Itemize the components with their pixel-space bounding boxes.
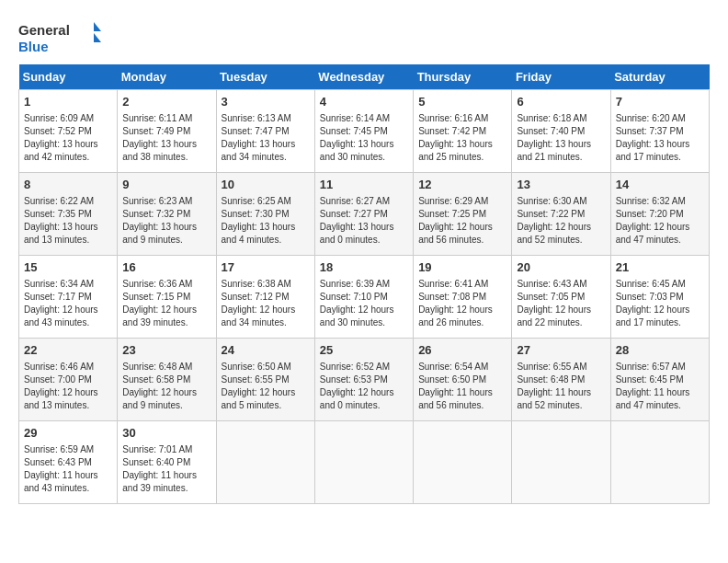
day-info: Sunrise: 6:29 AM Sunset: 7:25 PM Dayligh…: [418, 195, 506, 247]
calendar-week-row: 8Sunrise: 6:22 AM Sunset: 7:35 PM Daylig…: [19, 173, 710, 256]
calendar-cell: 25Sunrise: 6:52 AM Sunset: 6:53 PM Dayli…: [314, 339, 413, 421]
day-info: Sunrise: 6:52 AM Sunset: 6:53 PM Dayligh…: [320, 361, 408, 412]
calendar-cell: [512, 421, 610, 504]
day-info: Sunrise: 6:22 AM Sunset: 7:35 PM Dayligh…: [24, 195, 112, 247]
weekday-label: Tuesday: [216, 64, 314, 90]
day-number: 19: [418, 259, 506, 276]
day-number: 24: [222, 342, 310, 359]
day-info: Sunrise: 6:43 AM Sunset: 7:05 PM Dayligh…: [517, 278, 605, 329]
calendar-cell: [610, 421, 709, 504]
day-info: Sunrise: 6:30 AM Sunset: 7:22 PM Dayligh…: [517, 195, 605, 247]
weekday-header-row: SundayMondayTuesdayWednesdayThursdayFrid…: [19, 64, 710, 90]
day-number: 6: [517, 94, 605, 110]
day-info: Sunrise: 6:57 AM Sunset: 6:45 PM Dayligh…: [616, 361, 704, 412]
calendar-cell: [216, 421, 314, 504]
calendar-cell: 30Sunrise: 7:01 AM Sunset: 6:40 PM Dayli…: [118, 421, 216, 504]
day-number: 16: [122, 259, 210, 276]
day-number: 25: [320, 342, 408, 359]
day-number: 1: [24, 94, 112, 110]
calendar-cell: 2Sunrise: 6:11 AM Sunset: 7:49 PM Daylig…: [118, 90, 216, 173]
day-info: Sunrise: 6:20 AM Sunset: 7:37 PM Dayligh…: [616, 112, 704, 164]
calendar-cell: 8Sunrise: 6:22 AM Sunset: 7:35 PM Daylig…: [19, 173, 118, 256]
svg-text:Blue: Blue: [18, 39, 49, 54]
day-number: 26: [418, 342, 506, 359]
day-number: 23: [122, 342, 210, 359]
weekday-label: Friday: [512, 64, 610, 90]
calendar-cell: 27Sunrise: 6:55 AM Sunset: 6:48 PM Dayli…: [512, 339, 610, 421]
day-info: Sunrise: 6:25 AM Sunset: 7:30 PM Dayligh…: [222, 195, 310, 247]
day-number: 21: [616, 259, 704, 276]
day-number: 29: [24, 425, 112, 442]
calendar-cell: 4Sunrise: 6:14 AM Sunset: 7:45 PM Daylig…: [314, 90, 413, 173]
weekday-label: Wednesday: [314, 64, 413, 90]
day-number: 18: [320, 259, 408, 276]
calendar-cell: [414, 421, 512, 504]
calendar-cell: 16Sunrise: 6:36 AM Sunset: 7:15 PM Dayli…: [118, 256, 216, 339]
day-number: 12: [418, 177, 506, 193]
day-info: Sunrise: 6:55 AM Sunset: 6:48 PM Dayligh…: [517, 361, 605, 412]
day-info: Sunrise: 6:18 AM Sunset: 7:40 PM Dayligh…: [517, 112, 605, 164]
calendar-cell: 6Sunrise: 6:18 AM Sunset: 7:40 PM Daylig…: [512, 90, 610, 173]
calendar-cell: 26Sunrise: 6:54 AM Sunset: 6:50 PM Dayli…: [414, 339, 512, 421]
day-info: Sunrise: 6:14 AM Sunset: 7:45 PM Dayligh…: [320, 112, 408, 164]
day-info: Sunrise: 7:01 AM Sunset: 6:40 PM Dayligh…: [122, 443, 210, 495]
weekday-label: Sunday: [19, 64, 118, 90]
day-info: Sunrise: 6:09 AM Sunset: 7:52 PM Dayligh…: [24, 112, 112, 164]
logo-svg: General Blue: [18, 18, 101, 55]
day-info: Sunrise: 6:16 AM Sunset: 7:42 PM Dayligh…: [418, 112, 506, 164]
day-info: Sunrise: 6:27 AM Sunset: 7:27 PM Dayligh…: [320, 195, 408, 247]
calendar-cell: 14Sunrise: 6:32 AM Sunset: 7:20 PM Dayli…: [610, 173, 709, 256]
day-number: 28: [616, 342, 704, 359]
calendar-week-row: 29Sunrise: 6:59 AM Sunset: 6:43 PM Dayli…: [19, 421, 710, 504]
calendar-cell: 24Sunrise: 6:50 AM Sunset: 6:55 PM Dayli…: [216, 339, 314, 421]
svg-text:General: General: [18, 22, 70, 38]
day-number: 4: [320, 94, 408, 110]
calendar-week-row: 1Sunrise: 6:09 AM Sunset: 7:52 PM Daylig…: [19, 90, 710, 173]
page-header: General Blue: [18, 18, 710, 55]
day-number: 2: [122, 94, 210, 110]
day-number: 11: [320, 177, 408, 193]
calendar-cell: 15Sunrise: 6:34 AM Sunset: 7:17 PM Dayli…: [19, 256, 118, 339]
day-info: Sunrise: 6:50 AM Sunset: 6:55 PM Dayligh…: [222, 361, 310, 412]
calendar-cell: 23Sunrise: 6:48 AM Sunset: 6:58 PM Dayli…: [118, 339, 216, 421]
day-number: 8: [24, 177, 112, 193]
weekday-label: Monday: [118, 64, 216, 90]
svg-marker-2: [94, 22, 101, 31]
day-info: Sunrise: 6:59 AM Sunset: 6:43 PM Dayligh…: [24, 443, 112, 495]
calendar-cell: 3Sunrise: 6:13 AM Sunset: 7:47 PM Daylig…: [216, 90, 314, 173]
calendar-cell: 29Sunrise: 6:59 AM Sunset: 6:43 PM Dayli…: [19, 421, 118, 504]
weekday-label: Thursday: [414, 64, 512, 90]
calendar-cell: 17Sunrise: 6:38 AM Sunset: 7:12 PM Dayli…: [216, 256, 314, 339]
day-info: Sunrise: 6:39 AM Sunset: 7:10 PM Dayligh…: [320, 278, 408, 329]
calendar-cell: 1Sunrise: 6:09 AM Sunset: 7:52 PM Daylig…: [19, 90, 118, 173]
day-number: 22: [24, 342, 112, 359]
calendar-cell: 13Sunrise: 6:30 AM Sunset: 7:22 PM Dayli…: [512, 173, 610, 256]
day-number: 9: [122, 177, 210, 193]
day-info: Sunrise: 6:38 AM Sunset: 7:12 PM Dayligh…: [222, 278, 310, 329]
day-info: Sunrise: 6:13 AM Sunset: 7:47 PM Dayligh…: [222, 112, 310, 164]
calendar-cell: 10Sunrise: 6:25 AM Sunset: 7:30 PM Dayli…: [216, 173, 314, 256]
calendar-table: SundayMondayTuesdayWednesdayThursdayFrid…: [18, 64, 710, 504]
calendar-cell: 11Sunrise: 6:27 AM Sunset: 7:27 PM Dayli…: [314, 173, 413, 256]
day-number: 15: [24, 259, 112, 276]
day-number: 27: [517, 342, 605, 359]
day-number: 10: [222, 177, 310, 193]
day-info: Sunrise: 6:23 AM Sunset: 7:32 PM Dayligh…: [122, 195, 210, 247]
calendar-cell: 19Sunrise: 6:41 AM Sunset: 7:08 PM Dayli…: [414, 256, 512, 339]
weekday-label: Saturday: [610, 64, 709, 90]
day-number: 13: [517, 177, 605, 193]
calendar-cell: [314, 421, 413, 504]
day-number: 3: [222, 94, 310, 110]
day-info: Sunrise: 6:34 AM Sunset: 7:17 PM Dayligh…: [24, 278, 112, 329]
day-number: 20: [517, 259, 605, 276]
day-number: 5: [418, 94, 506, 110]
day-number: 14: [616, 177, 704, 193]
svg-marker-3: [94, 33, 101, 42]
day-number: 7: [616, 94, 704, 110]
calendar-cell: 5Sunrise: 6:16 AM Sunset: 7:42 PM Daylig…: [414, 90, 512, 173]
calendar-week-row: 15Sunrise: 6:34 AM Sunset: 7:17 PM Dayli…: [19, 256, 710, 339]
calendar-cell: 21Sunrise: 6:45 AM Sunset: 7:03 PM Dayli…: [610, 256, 709, 339]
calendar-cell: 9Sunrise: 6:23 AM Sunset: 7:32 PM Daylig…: [118, 173, 216, 256]
calendar-cell: 22Sunrise: 6:46 AM Sunset: 7:00 PM Dayli…: [19, 339, 118, 421]
logo: General Blue: [18, 18, 101, 55]
